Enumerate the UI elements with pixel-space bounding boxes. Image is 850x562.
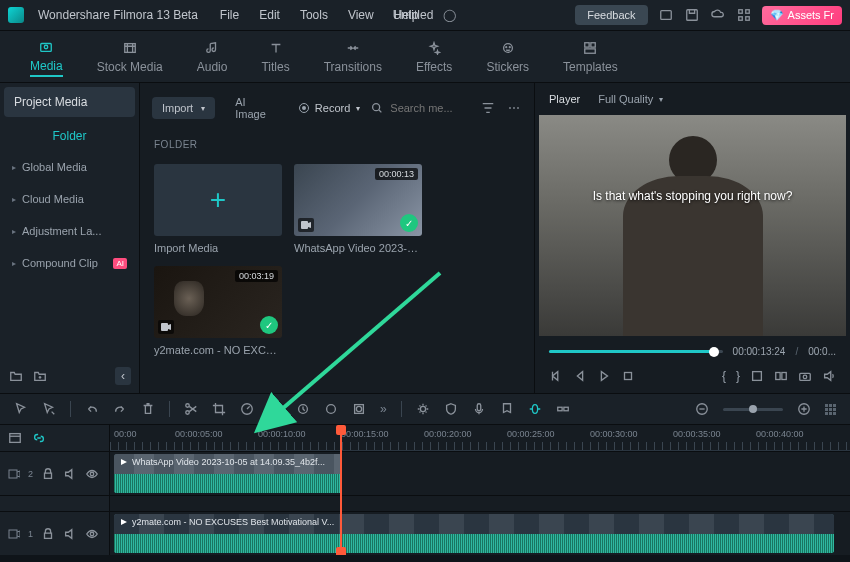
svg-point-7 <box>45 45 49 49</box>
video-track-icon <box>8 469 20 479</box>
mute-icon[interactable] <box>63 527 77 541</box>
speed-icon[interactable] <box>240 402 254 416</box>
lock-icon[interactable] <box>41 527 55 541</box>
zoom-in-icon[interactable] <box>797 402 811 416</box>
tab-stock-media[interactable]: Stock Media <box>97 39 163 74</box>
view-grid-icon[interactable] <box>825 404 836 415</box>
sidebar-item-adjustment-layer[interactable]: ▸Adjustment La... <box>0 215 139 247</box>
tab-audio[interactable]: Audio <box>197 39 228 74</box>
media-item[interactable]: 00:00:13 ✓ WhatsApp Video 2023-10-05... <box>294 164 422 254</box>
tab-effects[interactable]: Effects <box>416 39 452 74</box>
tab-media[interactable]: Media <box>30 38 63 77</box>
pointer-tool-icon[interactable] <box>14 402 28 416</box>
record-icon <box>299 103 309 113</box>
mask-icon[interactable] <box>352 402 366 416</box>
color-icon[interactable] <box>324 402 338 416</box>
text-tool-icon[interactable] <box>268 402 282 416</box>
timeline-clip[interactable]: WhatsApp Video 2023-10-05 at 14.09.35_4b… <box>114 454 342 493</box>
new-folder-icon[interactable] <box>8 368 24 384</box>
player-tab[interactable]: Player <box>549 93 580 105</box>
zoom-out-icon[interactable] <box>695 402 709 416</box>
menu-edit[interactable]: Edit <box>259 8 280 22</box>
folder-tab[interactable]: Folder <box>0 121 139 151</box>
apps-icon[interactable] <box>736 7 752 23</box>
record-button[interactable]: Record▾ <box>299 102 360 114</box>
mark-out-icon[interactable]: } <box>736 369 740 383</box>
menu-view[interactable]: View <box>348 8 374 22</box>
ai-image-button[interactable]: AI Image <box>225 91 289 125</box>
timeline-tracks[interactable]: 00:00 00:00:05:00 00:00:10:00 00:00:15:0… <box>110 425 850 555</box>
stop-icon[interactable] <box>621 369 635 383</box>
search-field[interactable] <box>370 101 470 115</box>
crop-tool-icon[interactable] <box>212 402 226 416</box>
more-tools-icon[interactable]: » <box>380 402 387 416</box>
timeline-options-icon[interactable] <box>8 431 22 445</box>
link-icon[interactable] <box>32 431 46 445</box>
video-track-2[interactable]: WhatsApp Video 2023-10-05 at 14.09.35_4b… <box>110 451 850 495</box>
shield-icon[interactable] <box>444 402 458 416</box>
step-back-icon[interactable] <box>573 369 587 383</box>
zoom-slider[interactable] <box>723 408 783 411</box>
scrub-bar[interactable] <box>549 350 723 353</box>
new-folder-plus-icon[interactable] <box>32 368 48 384</box>
video-track-1[interactable]: y2mate.com - NO EXCUSES Best Motivationa… <box>110 511 850 555</box>
mark-in-icon[interactable]: { <box>722 369 726 383</box>
auto-ripple-icon[interactable] <box>528 402 542 416</box>
save-icon[interactable] <box>684 7 700 23</box>
sidebar-item-global-media[interactable]: ▸Global Media <box>0 151 139 183</box>
split-icon[interactable] <box>184 402 198 416</box>
compare-icon[interactable] <box>774 369 788 383</box>
scrub-thumb[interactable] <box>709 347 719 357</box>
quality-selector[interactable]: Full Quality▾ <box>598 93 663 105</box>
svg-point-11 <box>509 47 510 48</box>
video-preview[interactable]: Is that what's stopping you right now? <box>539 115 846 336</box>
track-header-2[interactable]: 2 <box>0 451 109 495</box>
sidebar-item-compound-clip[interactable]: ▸Compound ClipAI <box>0 247 139 279</box>
assets-button[interactable]: 💎 Assets Fr <box>762 6 842 25</box>
svg-rect-34 <box>564 407 568 411</box>
more-icon[interactable]: ⋯ <box>506 100 522 116</box>
menu-tools[interactable]: Tools <box>300 8 328 22</box>
import-button[interactable]: Import▾ <box>152 97 215 119</box>
select-tool-icon[interactable] <box>42 402 56 416</box>
project-media-header[interactable]: Project Media <box>4 87 135 117</box>
svg-rect-3 <box>745 10 749 14</box>
keyframe-icon[interactable] <box>296 402 310 416</box>
lock-icon[interactable] <box>41 467 55 481</box>
collapse-sidebar-button[interactable]: ‹ <box>115 367 131 385</box>
tab-templates[interactable]: Templates <box>563 39 618 74</box>
timeline-clip[interactable]: y2mate.com - NO EXCUSES Best Motivationa… <box>114 514 834 553</box>
track-header-1[interactable]: 1 <box>0 511 109 555</box>
marker-icon[interactable] <box>500 402 514 416</box>
cloud-upload-icon[interactable] <box>710 7 726 23</box>
crop-icon[interactable] <box>750 369 764 383</box>
redo-icon[interactable] <box>113 402 127 416</box>
layout-icon[interactable] <box>658 7 674 23</box>
menu-file[interactable]: File <box>220 8 239 22</box>
snap-icon[interactable] <box>556 402 570 416</box>
play-icon[interactable] <box>597 369 611 383</box>
delete-icon[interactable] <box>141 402 155 416</box>
mic-icon[interactable] <box>472 402 486 416</box>
snapshot-icon[interactable] <box>798 369 812 383</box>
visibility-icon[interactable] <box>85 467 99 481</box>
prev-frame-icon[interactable] <box>549 369 563 383</box>
tab-stickers[interactable]: Stickers <box>486 39 529 74</box>
visibility-icon[interactable] <box>85 527 99 541</box>
time-ruler[interactable]: 00:00 00:00:05:00 00:00:10:00 00:00:15:0… <box>110 425 850 451</box>
undo-icon[interactable] <box>85 402 99 416</box>
feedback-button[interactable]: Feedback <box>575 5 647 25</box>
svg-rect-21 <box>782 373 786 380</box>
volume-icon[interactable] <box>822 369 836 383</box>
tab-titles[interactable]: Titles <box>261 39 289 74</box>
svg-rect-22 <box>800 373 811 380</box>
tab-transitions[interactable]: Transitions <box>324 39 382 74</box>
playhead[interactable] <box>340 425 342 555</box>
filter-icon[interactable] <box>480 100 496 116</box>
media-item[interactable]: 00:03:19 ✓ y2mate.com - NO EXCUSES ... <box>154 266 282 356</box>
ai-tool-icon[interactable] <box>416 402 430 416</box>
mute-icon[interactable] <box>63 467 77 481</box>
search-input[interactable] <box>390 102 470 114</box>
sidebar-item-cloud-media[interactable]: ▸Cloud Media <box>0 183 139 215</box>
import-media-tile[interactable]: + Import Media <box>154 164 282 254</box>
